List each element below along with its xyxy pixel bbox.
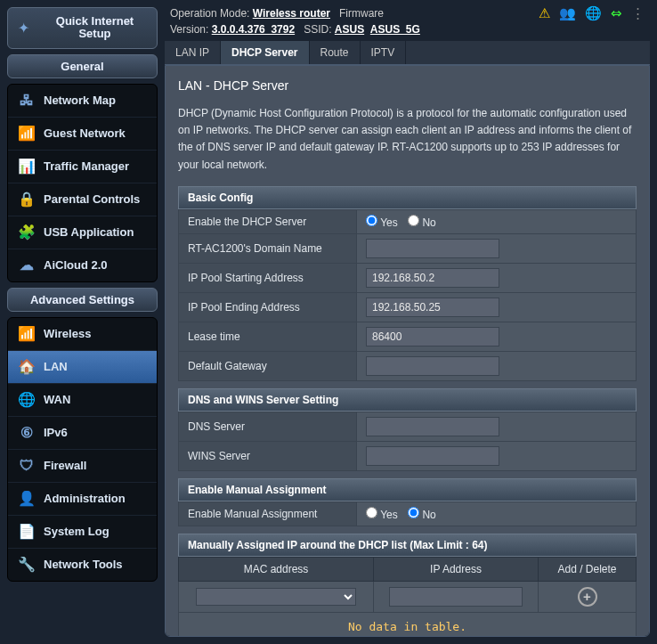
- users-icon: 👥: [559, 5, 576, 21]
- sidebar-item-wireless[interactable]: 📶Wireless: [8, 318, 157, 351]
- menu-icon: 👤: [17, 489, 36, 509]
- col-action: Add / Delete: [539, 557, 637, 581]
- basic-config-header: Basic Config: [178, 186, 637, 209]
- topbar: Operation Mode: Wireless router Firmware…: [165, 4, 650, 41]
- menu-label: Parental Controls: [44, 192, 140, 206]
- general-header: General: [7, 54, 158, 78]
- page-desc: DHCP (Dynamic Host Configuration Protoco…: [178, 105, 637, 174]
- col-mac: MAC address: [179, 557, 374, 581]
- menu-label: WAN: [44, 393, 70, 406]
- gateway-input[interactable]: [366, 356, 499, 376]
- quick-internet-setup[interactable]: ✦ Quick Internet Setup: [7, 7, 158, 49]
- wand-icon: ✦: [13, 18, 33, 37]
- sidebar-item-aicloud-2-0[interactable]: ☁AiCloud 2.0: [8, 249, 157, 281]
- menu-label: System Log: [44, 525, 110, 538]
- operation-mode-link[interactable]: Wireless router: [253, 7, 330, 20]
- sidebar-item-ipv6[interactable]: ⑥IPv6: [8, 417, 157, 450]
- tabs: LAN IPDHCP ServerRouteIPTV: [165, 41, 650, 65]
- general-menu: 🖧Network Map📶Guest Network📊Traffic Manag…: [7, 84, 158, 282]
- menu-icon: 🧩: [17, 223, 36, 242]
- add-button[interactable]: +: [578, 587, 597, 607]
- menu-label: Firewall: [44, 459, 86, 472]
- manual-yes[interactable]: Yes: [366, 509, 398, 521]
- sidebar-item-network-map[interactable]: 🖧Network Map: [8, 85, 157, 118]
- sidebar-item-guest-network[interactable]: 📶Guest Network: [8, 118, 157, 151]
- tab-lan-ip[interactable]: LAN IP: [165, 41, 221, 64]
- sidebar-item-lan[interactable]: 🏠LAN: [8, 351, 157, 384]
- sidebar-item-network-tools[interactable]: 🔧Network Tools: [8, 549, 157, 581]
- warning-icon: ⚠: [539, 5, 550, 21]
- sidebar-item-wan[interactable]: 🌐WAN: [8, 384, 157, 417]
- globe-icon: 🌐: [585, 5, 602, 21]
- dns-wins-header: DNS and WINS Server Setting: [178, 388, 637, 412]
- menu-icon: 📶: [17, 124, 36, 143]
- advanced-header: Advanced Settings: [7, 288, 158, 312]
- tab-iptv[interactable]: IPTV: [361, 41, 407, 64]
- status-icons: ⚠ 👥 🌐 ⇔ ⋮: [539, 5, 645, 21]
- menu-icon: 🔒: [17, 190, 36, 209]
- sidebar-item-system-log[interactable]: 📄System Log: [8, 516, 157, 549]
- menu-label: Guest Network: [44, 126, 126, 140]
- menu-label: Wireless: [44, 327, 91, 340]
- sidebar-item-firewall[interactable]: 🛡Firewall: [8, 450, 157, 483]
- menu-icon: 🔧: [17, 555, 36, 575]
- sidebar-item-usb-application[interactable]: 🧩USB Application: [8, 216, 157, 249]
- manual-assign-header: Enable Manual Assignment: [178, 478, 637, 501]
- ssid-2[interactable]: ASUS_5G: [370, 23, 420, 36]
- ssid-1[interactable]: ASUS: [335, 23, 364, 36]
- menu-icon: ⑥: [17, 423, 36, 443]
- sidebar-item-administration[interactable]: 👤Administration: [8, 483, 157, 516]
- menu-icon: 🛡: [17, 456, 36, 476]
- tab-dhcp-server[interactable]: DHCP Server: [221, 41, 309, 64]
- pool-start-input[interactable]: [366, 268, 499, 288]
- dns-input[interactable]: [366, 417, 499, 436]
- menu-label: LAN: [44, 360, 68, 373]
- col-ip: IP Address: [374, 557, 539, 581]
- manual-no[interactable]: No: [408, 509, 436, 521]
- menu-icon: 📊: [17, 157, 36, 176]
- pool-end-input[interactable]: [366, 298, 499, 317]
- mac-select[interactable]: [196, 588, 356, 606]
- menu-icon: 📄: [17, 522, 36, 542]
- wifi-icon: ⋮: [631, 5, 645, 21]
- advanced-menu: 📶Wireless🏠LAN🌐WAN⑥IPv6🛡Firewall👤Administ…: [7, 317, 158, 582]
- page-title: LAN - DHCP Server: [178, 78, 637, 93]
- menu-icon: 🌐: [17, 390, 36, 410]
- menu-label: Administration: [44, 492, 126, 505]
- sidebar-item-parental-controls[interactable]: 🔒Parental Controls: [8, 183, 157, 216]
- menu-icon: 🏠: [17, 357, 36, 377]
- sidebar-item-traffic-manager[interactable]: 📊Traffic Manager: [8, 151, 157, 183]
- dhcp-enable-yes[interactable]: Yes: [366, 216, 398, 229]
- usb-icon: ⇔: [611, 5, 622, 21]
- wins-input[interactable]: [366, 446, 499, 466]
- menu-label: IPv6: [44, 426, 68, 439]
- menu-icon: 🖧: [17, 91, 36, 110]
- menu-label: Traffic Manager: [44, 159, 129, 173]
- no-data-msg: No data in table.: [178, 613, 637, 637]
- dhcp-enable-no[interactable]: No: [408, 216, 436, 229]
- menu-label: USB Application: [44, 225, 134, 239]
- menu-label: AiCloud 2.0: [44, 258, 108, 272]
- firmware-version-link[interactable]: 3.0.0.4.376_3792: [212, 23, 295, 36]
- content-area: LAN - DHCP Server DHCP (Dynamic Host Con…: [165, 65, 650, 637]
- menu-icon: 📶: [17, 324, 36, 344]
- menu-icon: ☁: [17, 256, 36, 275]
- menu-label: Network Map: [44, 94, 116, 107]
- menu-label: Network Tools: [44, 558, 123, 571]
- tab-route[interactable]: Route: [310, 41, 361, 64]
- assign-ip-input[interactable]: [389, 587, 523, 607]
- lease-input[interactable]: [366, 327, 499, 346]
- domain-input[interactable]: [366, 239, 499, 258]
- assigned-list-header: Manually Assigned IP around the DHCP lis…: [178, 534, 637, 557]
